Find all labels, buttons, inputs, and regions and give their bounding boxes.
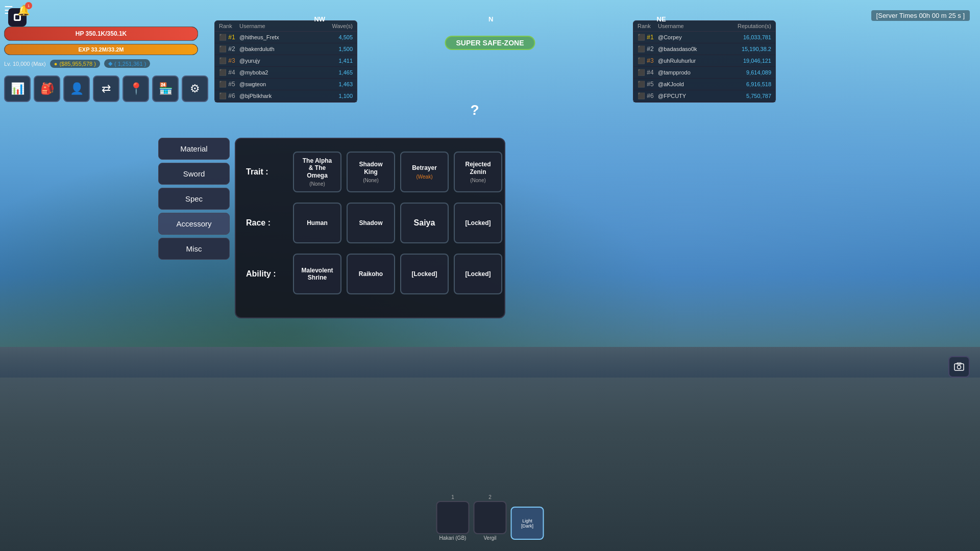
content-panel: Trait : The Alpha& TheOmega (None) Shado… [235,138,505,318]
ability-card-4[interactable]: [Locked] [454,254,502,294]
lb-username: @uhRuluhurlur [658,58,730,64]
question-mark: ? [471,102,479,118]
material-menu-btn[interactable]: Material [158,138,230,160]
lb-value: 6,916,518 [730,81,771,87]
race-row: Race : Human Shadow Saiya [Locked] [246,203,494,243]
hp-bar: HP 350.1K/350.1K [4,27,198,41]
table-row: ⬛ #2 @bakerduluth 1,500 [215,43,357,55]
trait-card-2[interactable]: ShadowKing (None) [347,152,395,192]
lb-rank: ⬛ #6 [219,92,239,99]
lb-right-rank-header: Rank [638,23,658,29]
lb-value: 15,190,38.2 [730,46,771,52]
trait-card-4[interactable]: RejectedZenin (None) [454,152,502,192]
accessory-menu-btn[interactable]: Accessory [158,213,230,235]
lb-rank: ⬛ #2 [219,45,239,53]
table-row: ⬛ #2 @badasdaso0k 15,190,38.2 [633,43,775,55]
shop-button[interactable]: 🏪 [152,76,179,102]
lb-rank: ⬛ #4 [638,69,658,76]
gold-icon: ● [54,61,58,67]
gold-value: ($85,955,578 ) [59,61,96,67]
lb-value: 9,614,089 [730,69,771,76]
notification-badge: 1 [25,2,32,9]
trait-card-4-name: RejectedZenin [465,161,491,176]
lb-rank: ⬛ #2 [638,45,658,53]
lb-right-rep-header: Reputation(s) [730,23,771,29]
lb-username: @yurujy [239,58,312,64]
table-row: ⬛ #3 @yurujy 1,411 [215,55,357,67]
screenshot-button[interactable] [948,356,970,378]
race-card-human-name: Human [307,219,328,227]
trait-card-3[interactable]: Betrayer (Weak) [400,152,449,192]
leaderboard-right: Rank Username Reputation(s) ⬛ #1 @Corpey… [633,20,776,103]
table-row: ⬛ #6 @bjPbIkhark 1,100 [215,90,357,102]
lb-value: 1,465 [312,69,353,76]
race-card-human[interactable]: Human [293,203,341,243]
race-card-locked-name: [Locked] [465,219,491,227]
misc-menu-btn[interactable]: Misc [158,238,230,260]
race-card-saiya[interactable]: Saiya [400,203,449,243]
settings-button[interactable]: ⚙ [182,76,208,102]
sword-menu-btn[interactable]: Sword [158,163,230,185]
trait-card-1[interactable]: The Alpha& TheOmega (None) [293,152,341,192]
table-row: ⬛ #4 @tampprodo 9,614,089 [633,67,775,79]
ability-label: Ability : [246,269,287,279]
lb-rank: ⬛ #1 [638,34,658,41]
spec-menu-btn[interactable]: Spec [158,188,230,210]
stats-button[interactable]: 📊 [4,76,31,102]
ability-card-3-name: [Locked] [411,270,437,278]
hotbar-slot-2: 2 Vergil [474,494,507,541]
lb-value: 1,411 [312,58,353,64]
hotbar-item-2[interactable] [474,501,507,534]
table-row: ⬛ #1 @hitheus_Fretx 4,505 [215,32,357,43]
lb-rank: ⬛ #4 [219,69,239,76]
compass-n: N [488,15,493,23]
ability-card-2-name: Raikoho [359,270,383,278]
stat-bars: HP 350.1K/350.1K EXP 33.2M/33.2M [4,27,198,55]
ability-card-2[interactable]: Raikoho [347,254,395,294]
ability-row: Ability : MalevolentShrine Raikoho [Lock… [246,254,494,294]
gem-value: ( 1,251,361 ) [114,61,146,67]
lb-left-username-header: Username [239,23,312,29]
hotbar-item-3[interactable]: Light[Dark] [511,507,544,540]
lb-rank: ⬛ #3 [219,57,239,64]
lb-username: @badasdaso0k [658,46,730,52]
character-button[interactable]: 👤 [63,76,90,102]
gem-stat: ◆ ( 1,251,361 ) [104,59,150,68]
race-card-locked[interactable]: [Locked] [454,203,502,243]
ability-card-3[interactable]: [Locked] [400,254,449,294]
lb-rank: ⬛ #5 [219,81,239,88]
exp-bar: EXP 33.2M/33.2M [4,44,198,55]
lb-username: @FPCUTY [658,93,730,99]
race-cards: Human Shadow Saiya [Locked] [293,203,502,243]
map-button[interactable]: 📍 [122,76,149,102]
table-row: ⬛ #4 @myboba2 1,465 [215,67,357,79]
trait-row: Trait : The Alpha& TheOmega (None) Shado… [246,152,494,192]
hotbar-item-1[interactable] [436,501,470,534]
lb-value: 16,033,781 [730,34,771,40]
trait-card-1-name: The Alpha& TheOmega [303,157,332,179]
svg-point-3 [958,365,961,369]
trade-button[interactable]: ⇄ [93,76,119,102]
lb-username: @Corpey [658,34,730,40]
left-menu: Material Sword Spec Accessory Misc [158,138,240,263]
lb-username: @aKJoold [658,81,730,87]
table-row: ⬛ #3 @uhRuluhurlur 19,046,121 [633,55,775,67]
lb-left-wave-header: Wave(s) [312,23,353,29]
lb-value: 1,463 [312,81,353,87]
trait-card-1-sub: (None) [309,181,325,187]
compass-nw: NW [314,15,325,23]
lb-username: @bakerduluth [239,46,312,52]
lb-right-username-header: Username [658,23,730,29]
player-stats: Lv. 10,000 (Max) ● ($85,955,578 ) ◆ ( 1,… [4,59,150,68]
trait-cards: The Alpha& TheOmega (None) ShadowKing (N… [293,152,502,192]
ability-card-1[interactable]: MalevolentShrine [293,254,341,294]
hotbar-key-1: 1 [451,494,454,500]
trait-card-2-name: ShadowKing [359,161,382,176]
inventory-button[interactable]: 🎒 [34,76,60,102]
level-badge: Lv. 10,000 (Max) [4,61,46,67]
hotbar-label-1: Hakari (GB) [439,535,467,541]
hotbar: 1 Hakari (GB) 2 Vergil Light[Dark] [436,494,544,541]
compass-labels: NW N NE [314,15,666,23]
trait-card-2-sub: (None) [363,178,379,183]
race-card-shadow[interactable]: Shadow [347,203,395,243]
